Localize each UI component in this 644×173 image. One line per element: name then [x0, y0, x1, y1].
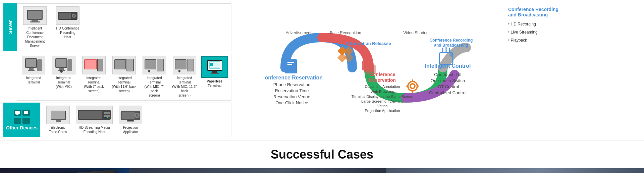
- svg-rect-17: [67, 59, 72, 71]
- other-devices-container: Other Devices: [3, 103, 40, 137]
- integrated-terminal-116back-label: Integrated Terminal(With 11.6" backscree…: [110, 76, 138, 93]
- recording-item-3: • Playback: [508, 36, 639, 44]
- svg-text:Reservation Venue: Reservation Venue: [273, 94, 310, 99]
- recording-item-2: • Live Streaming: [508, 28, 639, 36]
- svg-rect-46: [24, 111, 28, 114]
- paperless-terminal-icon-label: [206, 58, 224, 76]
- successful-cases-title: Successful Cases: [0, 148, 644, 162]
- svg-text:Conference: Conference: [369, 72, 395, 77]
- device-integrated-terminal-mic: IntegratedTerminal(With MIC): [50, 56, 77, 98]
- server-devices-grid: Intelligent ConferenceDocument Managemen…: [17, 3, 231, 51]
- other-devices-items-grid: ElectronicTable Cards: [40, 103, 231, 137]
- other-devices-mini-icons-2: [14, 118, 30, 124]
- svg-text:Centralized Control: Centralized Control: [429, 90, 466, 95]
- recording-item-1: • HD Recording: [508, 20, 639, 28]
- svg-point-82: [449, 53, 453, 57]
- svg-rect-48: [51, 111, 65, 119]
- svg-text:Reservation Time: Reservation Time: [275, 88, 309, 93]
- svg-rect-53: [104, 115, 110, 117]
- hd-streaming-icon: [76, 106, 113, 124]
- svg-rect-33: [175, 60, 186, 69]
- mini-icon-2: [22, 110, 30, 116]
- svg-rect-12: [37, 59, 42, 71]
- svg-point-18: [60, 69, 63, 73]
- device-hd-recording: HD Conference RecordingHost: [53, 6, 83, 48]
- svg-text:Web Browsing: Web Browsing: [371, 90, 394, 94]
- integrated-terminal-label: IntegratedTerminal: [26, 76, 41, 84]
- center-diagram-panel: Advertisement Face Recognition Informati…: [235, 0, 503, 140]
- svg-rect-24: [115, 60, 125, 69]
- hd-recording-label: HD Conference RecordingHost: [53, 26, 83, 39]
- svg-rect-68: [287, 64, 292, 65]
- successful-cases-section: Successful Cases: [0, 141, 644, 165]
- svg-text:Conference Reservation: Conference Reservation: [265, 75, 323, 80]
- svg-text:Projection Application: Projection Application: [365, 109, 400, 113]
- svg-rect-44: [15, 111, 20, 114]
- svg-rect-1: [28, 11, 42, 19]
- integrated-terminal-116back-icon: [112, 56, 136, 74]
- svg-rect-5: [59, 13, 71, 19]
- svg-point-72: [408, 81, 417, 91]
- mini-icon-4: [22, 118, 30, 124]
- svg-text:Phone Reservation: Phone Reservation: [273, 82, 311, 87]
- svg-rect-35: [187, 59, 194, 71]
- device-integrated-terminal: IntegratedTerminal: [20, 56, 47, 98]
- case-image-2: [129, 168, 386, 173]
- electronic-table-cards-icon: [46, 106, 70, 124]
- device-paperless-terminal: PaperlessTerminal: [201, 56, 228, 98]
- device-integrated-terminal-mic-7back: Integrated Terminal(With MIC, 7" backscr…: [141, 56, 168, 98]
- conference-recording-title: Conference Recordingand Broadcasting: [508, 7, 639, 17]
- svg-text:One-touch Switch: One-touch Switch: [431, 78, 465, 83]
- conference-recording-items: • HD Recording • Live Streaming • Playba…: [508, 20, 639, 44]
- svg-text:IOT Control: IOT Control: [437, 84, 459, 89]
- case-image-1: [0, 168, 129, 173]
- other-devices-label: Other Devices: [6, 125, 38, 130]
- svg-point-59: [136, 114, 139, 117]
- terminal-devices-grid: IntegratedTerminal: [17, 53, 231, 101]
- intelligent-conference-label: Intelligent ConferenceDocument Managemen…: [20, 26, 50, 48]
- svg-text:Large Screen on Demand: Large Screen on Demand: [361, 99, 404, 103]
- case-image-2-content: [129, 168, 386, 173]
- svg-text:Information Releasse: Information Releasse: [347, 41, 391, 46]
- device-integrated-terminal-mic-116back: Integrated Terminal(With MIC, 11.6" back…: [171, 56, 198, 98]
- svg-rect-26: [127, 59, 133, 71]
- svg-point-55: [105, 117, 106, 118]
- svg-text:and Broadcasting: and Broadcasting: [434, 43, 468, 48]
- server-row: Sever Intelligent ConferenceDocu: [3, 3, 231, 51]
- svg-rect-20: [85, 60, 96, 69]
- integrated-terminal-mic-icon: [52, 56, 75, 74]
- svg-rect-28: [145, 60, 156, 69]
- svg-text:Document Annotation: Document Annotation: [365, 84, 400, 89]
- hd-streaming-label: HD Streaming MediaEncoding Host: [79, 125, 110, 134]
- paperless-terminal-icon: [201, 56, 228, 78]
- conference-recording-section: Conference Recordingand Broadcasting • H…: [508, 7, 639, 44]
- projection-applicator-label: ProjectionApplicator: [123, 125, 138, 134]
- svg-rect-42: [210, 63, 213, 66]
- electronic-table-cards-label: ElectronicTable Cards: [49, 125, 67, 134]
- hd-recording-icon: [56, 6, 79, 25]
- s-curve-diagram: Advertisement Face Recognition Informati…: [265, 27, 473, 113]
- svg-point-36: [178, 70, 180, 72]
- svg-rect-9: [26, 59, 36, 67]
- svg-text:Video Sharing: Video Sharing: [403, 31, 428, 35]
- svg-text:Terminal Display on the Same S: Terminal Display on the Same Screen: [352, 95, 413, 99]
- svg-point-31: [148, 70, 150, 72]
- integrated-terminal-7back-label: IntegratedTerminal(With 7" backscreen): [84, 76, 104, 93]
- top-section: Sever Intelligent ConferenceDocu: [0, 0, 644, 141]
- svg-rect-3: [30, 21, 40, 22]
- device-hd-streaming: HD Streaming MediaEncoding Host: [76, 106, 113, 134]
- svg-rect-45: [16, 114, 18, 115]
- svg-point-7: [73, 15, 75, 17]
- right-features-panel: Conference Recordingand Broadcasting • H…: [503, 0, 644, 140]
- integrated-terminal-mic-7back-icon: [143, 56, 166, 74]
- cases-images-row: [0, 168, 644, 173]
- integrated-terminal-mic-116back-label: Integrated Terminal(With MIC, 11.6" back…: [171, 76, 198, 98]
- svg-text:Face Recognition: Face Recognition: [330, 31, 361, 35]
- svg-rect-43: [210, 67, 219, 67]
- intelligent-conference-icon: [23, 6, 47, 25]
- case-image-3: [386, 168, 644, 173]
- svg-rect-52: [104, 112, 110, 114]
- projection-applicator-icon: [119, 106, 142, 124]
- svg-text:Reservation: Reservation: [369, 77, 396, 83]
- svg-rect-57: [122, 112, 135, 119]
